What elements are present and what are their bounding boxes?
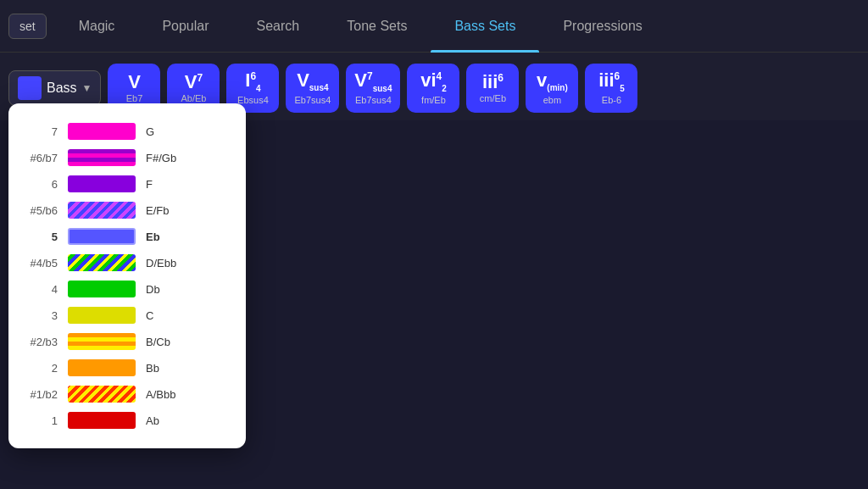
chord-btn-iii65[interactable]: iii65Eb-6 (585, 64, 637, 113)
bass-selector[interactable]: Bass ▼ (8, 70, 101, 106)
nav-tabs: MagicPopularSearchTone SetsBass SetsProg… (55, 0, 860, 53)
dropdown-row[interactable]: 2Bb (25, 356, 229, 380)
note-label: B/Cb (146, 336, 170, 348)
chord-name: ebm (543, 95, 561, 105)
dropdown-row[interactable]: #2/b3B/Cb (25, 330, 229, 353)
chord-name: Eb-6 (602, 95, 621, 105)
dropdown-row[interactable]: 1Ab (25, 408, 229, 432)
note-label: D/Ebb (146, 257, 176, 270)
chord-name: Eb7sus4 (355, 95, 392, 105)
note-label: Db (146, 283, 160, 296)
bass-chevron-icon: ▼ (82, 82, 92, 94)
note-swatch (68, 202, 136, 219)
note-label: C (146, 309, 153, 322)
chord-name: cm/Eb (480, 93, 506, 103)
nav-tab-popular[interactable]: Popular (138, 0, 232, 53)
note-swatch (68, 386, 136, 403)
chord-symbol: v(min) (537, 71, 568, 92)
chord-name: Ebsus4 (237, 95, 269, 105)
chord-symbol: V7sus4 (354, 71, 392, 93)
bass-color-swatch (18, 76, 42, 100)
dropdown-row[interactable]: 6F (25, 172, 229, 196)
nav-tab-search[interactable]: Search (233, 0, 324, 53)
note-label: Eb (146, 231, 160, 243)
note-label: Bb (146, 362, 159, 375)
chord-name: Eb7sus4 (294, 95, 331, 105)
chord-symbol: Vsus4 (297, 71, 328, 92)
set-button[interactable]: set (8, 14, 47, 39)
note-label: F (146, 178, 153, 191)
chord-btn-vmin[interactable]: v(min)ebm (526, 64, 578, 113)
note-label: Ab (146, 414, 159, 427)
chord-symbol: V7 (185, 73, 203, 92)
note-swatch (68, 333, 136, 350)
note-number: 4 (25, 283, 58, 296)
dropdown-row[interactable]: 7G (25, 119, 229, 143)
dropdown-row[interactable]: #4/b5D/Ebb (25, 251, 229, 275)
note-number: 7 (25, 125, 58, 138)
dropdown-panel: 7G#6/b7F#/Gb6F#5/b6E/Fb5Eb#4/b5D/Ebb4Db3… (8, 103, 246, 448)
top-nav: set MagicPopularSearchTone SetsBass Sets… (0, 0, 868, 53)
dropdown-row[interactable]: 5Eb (25, 225, 229, 248)
chord-name: Ab/Eb (181, 93, 206, 103)
bass-label: Bass (47, 81, 77, 96)
dropdown-row[interactable]: #5/b6E/Fb (25, 198, 229, 222)
note-number: #2/b3 (25, 336, 58, 348)
chord-name: Eb7 (126, 93, 143, 103)
note-swatch (68, 149, 136, 166)
note-number: 1 (25, 414, 58, 427)
note-number: #1/b2 (25, 388, 58, 401)
note-number: #5/b6 (25, 204, 58, 217)
note-number: 5 (25, 231, 58, 243)
dropdown-row[interactable]: 3C (25, 303, 229, 327)
note-swatch (68, 307, 136, 324)
note-swatch (68, 281, 136, 297)
note-label: G (146, 125, 154, 138)
note-swatch (68, 412, 136, 429)
note-swatch (68, 123, 136, 140)
chord-btn-Vsus4[interactable]: Vsus4Eb7sus4 (286, 64, 339, 113)
note-number: 6 (25, 178, 58, 191)
note-label: F#/Gb (146, 152, 176, 164)
chord-btn-vi42[interactable]: vi42fm/Eb (407, 64, 459, 113)
note-number: 3 (25, 309, 58, 322)
note-swatch (68, 254, 136, 271)
chord-symbol: V (128, 73, 141, 92)
chord-symbol: iii6 (482, 73, 504, 92)
note-number: #4/b5 (25, 257, 58, 270)
note-label: E/Fb (146, 204, 169, 217)
chord-btn-V7sus4[interactable]: V7sus4Eb7sus4 (346, 64, 400, 113)
note-swatch (68, 175, 136, 192)
nav-tab-bass-sets[interactable]: Bass Sets (431, 0, 539, 53)
chord-btn-iii6[interactable]: iii6cm/Eb (466, 64, 519, 113)
note-swatch (68, 228, 136, 245)
main-content: 7G#6/b7F#/Gb6F#5/b6E/Fb5Eb#4/b5D/Ebb4Db3… (0, 120, 868, 489)
note-number: 2 (25, 362, 58, 375)
nav-tab-magic[interactable]: Magic (55, 0, 139, 53)
nav-tab-progressions[interactable]: Progressions (539, 0, 665, 53)
chord-name: fm/Eb (421, 95, 446, 105)
chord-symbol: vi42 (420, 71, 447, 93)
dropdown-row[interactable]: #1/b2A/Bbb (25, 382, 229, 406)
note-swatch (68, 359, 136, 376)
dropdown-row[interactable]: 4Db (25, 277, 229, 301)
dropdown-row[interactable]: #6/b7F#/Gb (25, 146, 229, 169)
note-number: #6/b7 (25, 152, 58, 164)
nav-tab-tone-sets[interactable]: Tone Sets (323, 0, 431, 53)
note-label: A/Bbb (146, 388, 175, 401)
chord-symbol: iii65 (598, 71, 625, 93)
chord-symbol: I64 (245, 71, 260, 93)
